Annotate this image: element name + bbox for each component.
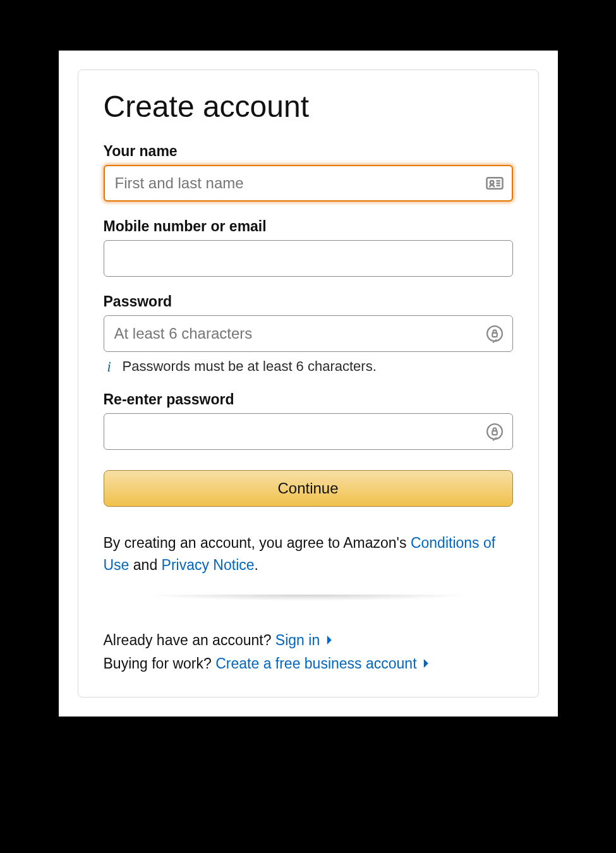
- signup-panel: Create account Your name: [59, 51, 558, 717]
- page-title: Create account: [104, 89, 513, 124]
- legal-text: By creating an account, you agree to Ama…: [104, 532, 513, 576]
- contact-input-wrap: [104, 240, 513, 277]
- password-field-block: Password i Passwords must be at least 6 …: [104, 293, 513, 375]
- password2-field-block: Re-enter password: [104, 391, 513, 450]
- password2-input-wrap: [104, 413, 513, 450]
- password-hint-row: i Passwords must be at least 6 character…: [104, 358, 513, 375]
- contact-label: Mobile number or email: [104, 218, 513, 235]
- caret-right-icon: [327, 629, 333, 651]
- name-input-wrap: [104, 165, 513, 202]
- business-account-link[interactable]: Create a free business account: [215, 655, 430, 672]
- contact-input[interactable]: [104, 240, 513, 277]
- name-label: Your name: [104, 143, 513, 160]
- info-icon: i: [104, 359, 115, 374]
- business-line: Buying for work? Create a free business …: [104, 652, 513, 675]
- caret-right-icon: [423, 652, 430, 675]
- business-text: Create a free business account: [215, 655, 416, 672]
- legal-middle: and: [133, 557, 162, 573]
- legal-prefix: By creating an account, you agree to Ama…: [104, 535, 411, 551]
- name-field-block: Your name: [104, 143, 513, 202]
- divider: [97, 595, 519, 617]
- sign-in-link[interactable]: Sign in: [275, 632, 333, 648]
- contact-field-block: Mobile number or email: [104, 218, 513, 277]
- password2-label: Re-enter password: [104, 391, 513, 408]
- password-input[interactable]: [104, 315, 513, 352]
- name-input[interactable]: [104, 165, 513, 202]
- password-label: Password: [104, 293, 513, 310]
- sign-in-text: Sign in: [275, 632, 320, 648]
- password2-input[interactable]: [104, 413, 513, 450]
- signin-prefix: Already have an account?: [104, 632, 275, 648]
- signin-line: Already have an account? Sign in: [104, 629, 513, 652]
- password-input-wrap: [104, 315, 513, 352]
- password-hint: Passwords must be at least 6 characters.: [123, 358, 377, 375]
- business-prefix: Buying for work?: [104, 655, 216, 672]
- signup-card: Create account Your name: [78, 70, 539, 698]
- privacy-notice-link[interactable]: Privacy Notice: [162, 557, 255, 573]
- bottom-links: Already have an account? Sign in Buying …: [104, 629, 513, 675]
- legal-suffix: .: [255, 557, 258, 573]
- continue-button[interactable]: Continue: [104, 470, 513, 507]
